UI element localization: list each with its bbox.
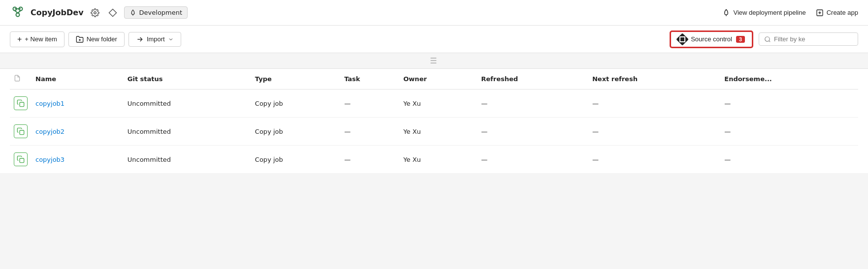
svg-line-14 (769, 40, 771, 42)
create-app-label: Create app (827, 9, 858, 16)
table-row: copyjob3 Uncommitted Copy job — Ye Xu — … (10, 146, 858, 174)
create-app-icon (816, 9, 824, 17)
row-refreshed: — (477, 90, 588, 118)
table-row: copyjob1 Uncommitted Copy job — Ye Xu — … (10, 90, 858, 118)
source-control-button[interactable]: Source control 3 (670, 31, 753, 48)
svg-rect-17 (20, 158, 24, 163)
col-header-type: Type (251, 69, 340, 90)
row-owner: Ye Xu (399, 146, 477, 174)
view-pipeline-label: View deployment pipeline (733, 9, 805, 16)
row-refreshed: — (477, 146, 588, 174)
import-label: Import (147, 35, 165, 43)
diamond-icon (108, 8, 117, 17)
search-icon (764, 36, 771, 43)
col-header-owner: Owner (399, 69, 477, 90)
import-icon (136, 35, 144, 43)
table-wrapper: Name Git status Type Task Owner Refreshe… (0, 69, 868, 173)
svg-line-3 (15, 10, 18, 13)
row-name[interactable]: copyjob3 (32, 146, 124, 174)
env-label: Development (139, 9, 183, 16)
drag-handle-icon: ☰ (430, 56, 438, 65)
new-folder-button[interactable]: New folder (68, 32, 125, 47)
new-item-icon: + (17, 35, 22, 44)
row-name[interactable]: copyjob2 (32, 118, 124, 146)
row-item-icon-cell (10, 146, 32, 174)
svg-point-13 (765, 36, 770, 41)
row-next-refresh: — (588, 146, 720, 174)
toolbar: + + New item New folder Import Source co… (0, 26, 868, 53)
table-row: copyjob2 Uncommitted Copy job — Ye Xu — … (10, 118, 858, 146)
settings-icon-button[interactable] (89, 6, 101, 19)
new-folder-label: New folder (87, 35, 117, 43)
row-git-status: Uncommitted (124, 146, 251, 174)
row-next-refresh: — (588, 118, 720, 146)
copy-job-icon (14, 96, 28, 110)
row-refreshed: — (477, 118, 588, 146)
new-folder-icon (76, 35, 84, 43)
app-logo-icon (10, 5, 26, 21)
rocket-icon (129, 9, 136, 16)
col-header-next-refresh: Next refresh (588, 69, 720, 90)
row-item-icon-cell (10, 90, 32, 118)
toolbar-right: Source control 3 (670, 31, 858, 48)
environment-badge[interactable]: Development (124, 6, 188, 19)
toolbar-left: + + New item New folder Import (10, 31, 181, 47)
source-control-badge: 3 (736, 36, 745, 43)
source-control-label: Source control (691, 35, 732, 43)
create-app-button[interactable]: Create app (816, 9, 858, 17)
copy-job-icon (14, 124, 28, 138)
row-git-status: Uncommitted (124, 90, 251, 118)
document-col-icon (14, 75, 21, 82)
row-next-refresh: — (588, 90, 720, 118)
row-owner: Ye Xu (399, 118, 477, 146)
filter-input[interactable] (774, 35, 853, 43)
top-bar: CopyJobDev Development View deployme (0, 0, 868, 26)
col-header-task: Task (340, 69, 399, 90)
header-row: Name Git status Type Task Owner Refreshe… (10, 69, 858, 90)
import-chevron-icon (168, 36, 174, 42)
svg-point-6 (94, 11, 96, 14)
row-name[interactable]: copyjob1 (32, 90, 124, 118)
svg-line-4 (18, 10, 21, 13)
row-task: — (340, 146, 399, 174)
top-bar-left: CopyJobDev Development (10, 5, 188, 21)
diamond-icon-button[interactable] (106, 6, 119, 19)
col-header-name: Name (32, 69, 124, 90)
row-endorsement: — (720, 90, 858, 118)
items-table: Name Git status Type Task Owner Refreshe… (10, 69, 858, 173)
table-header: Name Git status Type Task Owner Refreshe… (10, 69, 858, 90)
row-task: — (340, 118, 399, 146)
row-type: Copy job (251, 118, 340, 146)
row-endorsement: — (720, 118, 858, 146)
new-item-label: + New item (25, 35, 57, 43)
col-header-icon (10, 69, 32, 90)
svg-rect-16 (20, 130, 24, 135)
git-icon (676, 33, 688, 45)
svg-rect-15 (20, 102, 24, 107)
row-type: Copy job (251, 90, 340, 118)
svg-point-2 (16, 13, 20, 16)
col-header-refreshed: Refreshed (477, 69, 588, 90)
row-item-icon-cell (10, 118, 32, 146)
pipeline-icon (722, 9, 730, 17)
col-header-endorsement: Endorseme... (720, 69, 858, 90)
copy-job-icon (14, 152, 28, 166)
row-owner: Ye Xu (399, 90, 477, 118)
filter-input-wrapper (759, 32, 858, 46)
settings-icon (91, 8, 99, 17)
col-header-git-status: Git status (124, 69, 251, 90)
top-bar-right: View deployment pipeline Create app (722, 9, 858, 17)
row-git-status: Uncommitted (124, 118, 251, 146)
import-button[interactable]: Import (129, 32, 181, 47)
view-pipeline-button[interactable]: View deployment pipeline (722, 9, 805, 17)
row-type: Copy job (251, 146, 340, 174)
app-title: CopyJobDev (31, 8, 84, 17)
row-endorsement: — (720, 146, 858, 174)
new-item-button[interactable]: + + New item (10, 31, 64, 47)
divider-row: ☰ (0, 53, 868, 69)
table-body: copyjob1 Uncommitted Copy job — Ye Xu — … (10, 90, 858, 174)
row-task: — (340, 90, 399, 118)
